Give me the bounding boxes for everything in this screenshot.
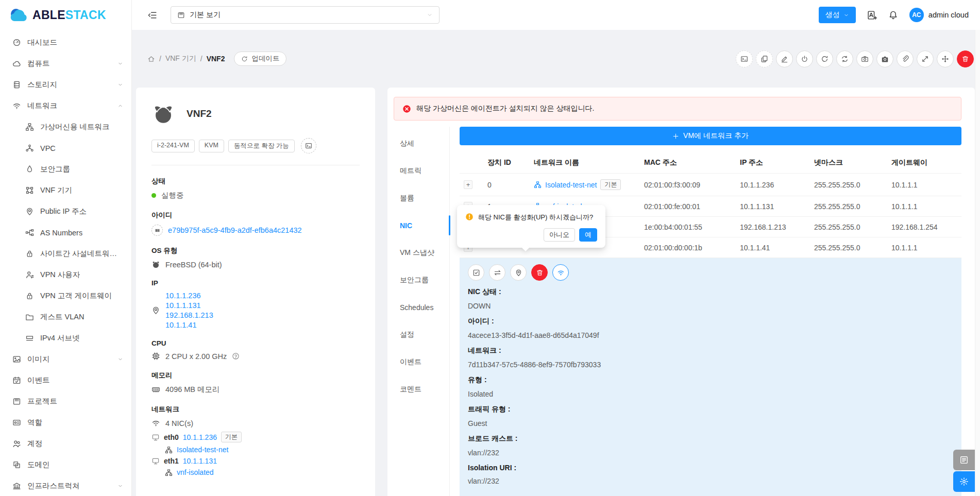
gateway-cell: 10.1.1.1	[887, 237, 961, 258]
clone-vm-button[interactable]	[756, 50, 773, 67]
tab-vm-snapshots[interactable]: VM 스냅샷	[387, 239, 449, 266]
nic-field-label: 유형 :	[468, 375, 953, 385]
vm-ip-link[interactable]: 10.1.1.41	[165, 321, 213, 329]
scrollbar-track[interactable]	[975, 30, 980, 496]
vm-snapshot-button[interactable]	[856, 50, 873, 67]
reboot-vm-button[interactable]	[816, 50, 833, 67]
sidebar-item-roles[interactable]: 역할	[0, 412, 131, 433]
sidebar-item-label: IPv4 서브넷	[40, 333, 80, 343]
nic-field-label: NIC 상태 :	[468, 287, 953, 297]
sidebar-item-storage[interactable]: 스토리지	[0, 74, 131, 95]
user-menu[interactable]: AC admin cloud	[909, 8, 969, 22]
sidebar-item-vpn-users[interactable]: VPN 사용자	[0, 264, 131, 285]
guest-network-icon	[534, 181, 542, 189]
sidebar-item-ipv4-subnet[interactable]: IPv4 서브넷	[0, 328, 131, 349]
expand-column-header	[460, 152, 483, 174]
vm-ip-link[interactable]: 10.1.1.131	[165, 301, 213, 310]
tab-settings[interactable]: 설정	[387, 321, 449, 348]
sidebar-item-guest-networks[interactable]: 가상머신용 네트워크	[0, 116, 131, 138]
sidebar-item-public-ip[interactable]: Public IP 주소	[0, 201, 131, 222]
settings-gear-button[interactable]	[953, 471, 975, 492]
alert-text: 해당 가상머신은 에이전트가 설치되지 않은 상태입니다.	[416, 104, 594, 113]
brand-name: ABLESTACK	[32, 8, 106, 22]
delete-nic-button[interactable]	[531, 264, 548, 281]
nic-up-button[interactable]	[552, 264, 569, 281]
sidebar-item-accounts[interactable]: 계정	[0, 433, 131, 454]
sidebar-item-site-to-site-vpn[interactable]: 사이트간 사설네트워크(VP...	[0, 243, 131, 264]
sidebar-item-security-groups[interactable]: 보안그룹	[0, 159, 131, 180]
menu-fold-icon[interactable]	[147, 10, 157, 20]
sidebar-item-guest-vlan[interactable]: 게스트 VLAN	[0, 306, 131, 328]
translate-icon[interactable]	[867, 10, 877, 20]
console-button[interactable]	[736, 50, 753, 67]
console-button[interactable]	[301, 138, 316, 153]
edit-button[interactable]	[776, 50, 793, 67]
sidebar-item-images[interactable]: 이미지	[0, 349, 131, 370]
project-view-select[interactable]: 기본 보기	[171, 6, 440, 24]
vm-ip-link[interactable]: 192.168.1.213	[165, 311, 213, 319]
attach-iso-button[interactable]	[897, 50, 914, 67]
create-button[interactable]: 생성	[819, 7, 856, 23]
sidebar-item-dashboard[interactable]: 대시보드	[0, 32, 131, 53]
secondary-ip-button[interactable]	[510, 264, 527, 281]
edit-nic-button[interactable]	[468, 264, 484, 281]
top-header: 기본 보기 생성 AC admin cloud	[132, 0, 980, 30]
sidebar-item-projects[interactable]: 프로젝트	[0, 391, 131, 412]
cards-area: VNF2 i-2-241-VMKVM동적으로 확장 가능 상태 실행중 아이디 …	[136, 88, 975, 496]
nic-eth-icon	[151, 433, 160, 441]
vm-ip-link[interactable]: 10.1.1.236	[165, 292, 213, 300]
tab-comments[interactable]: 코멘트	[387, 375, 449, 403]
tab-security-groups[interactable]: 보안그룹	[387, 266, 449, 294]
feedback-button[interactable]	[953, 450, 975, 470]
breadcrumb-vnf-appliances[interactable]: VNF 기기	[165, 54, 196, 63]
network-link[interactable]: Isolated-test-net	[177, 446, 228, 454]
sidebar-item-network[interactable]: 네트워크	[0, 95, 131, 116]
popconfirm-no-button[interactable]: 아니오	[544, 228, 575, 242]
add-network-to-vm-button[interactable]: VM에 네트워크 추가	[460, 127, 961, 145]
swap-icon	[494, 269, 501, 277]
update-button[interactable]: 업데이트	[234, 52, 286, 66]
guest-network-icon	[165, 469, 173, 476]
notifications-bell-icon[interactable]	[888, 10, 898, 20]
sidebar-item-as-numbers[interactable]: AS Numbers	[0, 222, 131, 243]
vm-id-link[interactable]: e79b975f-a5c9-4fb9-a2df-efb6a4c21432	[168, 226, 302, 234]
tab-events[interactable]: 이벤트	[387, 348, 449, 375]
tab-details[interactable]: 상세	[387, 130, 449, 157]
tab-nic[interactable]: NIC	[387, 212, 449, 239]
site-to-site-vpn-icon	[25, 249, 34, 258]
sidebar-item-domains[interactable]: 도메인	[0, 454, 131, 475]
popconfirm-yes-button[interactable]: 예	[579, 228, 597, 242]
tab-metrics[interactable]: 메트릭	[387, 157, 449, 184]
expand-row-toggle[interactable]: +	[464, 180, 472, 189]
question-circle-icon[interactable]	[232, 352, 240, 360]
netmask-cell: 255.255.255.0	[810, 174, 887, 196]
storage-icon	[12, 80, 21, 89]
nic-ip-link[interactable]: 10.1.1.131	[183, 457, 217, 465]
sidebar-item-infrastructure[interactable]: 인프라스트럭쳐	[0, 475, 131, 496]
nic-field-label: 브로드 캐스트 :	[468, 434, 953, 443]
nic-field-label: 트래픽 유형 :	[468, 405, 953, 414]
sidebar-item-vnf-appliances[interactable]: VNF 기기	[0, 180, 131, 201]
network-link[interactable]: vnf-isolated	[177, 468, 214, 476]
sidebar-menu: 대시보드컴퓨트스토리지네트워크가상머신용 네트워크VPC보안그룹VNF 기기Pu…	[0, 30, 131, 496]
delete-vm-button[interactable]	[957, 50, 974, 67]
sidebar-item-vpc[interactable]: VPC	[0, 138, 131, 159]
migrate-vm-button[interactable]	[937, 50, 954, 67]
network-link[interactable]: Isolated-test-net	[545, 181, 597, 189]
volume-snapshot-button[interactable]	[876, 50, 893, 67]
change-network-button[interactable]	[489, 264, 505, 281]
nic-eth-icon	[151, 457, 160, 465]
os-section: OS 유형 FreeBSD (64-bit)	[151, 246, 360, 269]
scale-vm-button[interactable]	[917, 50, 934, 67]
sidebar-item-events[interactable]: 이벤트	[0, 370, 131, 391]
home-icon[interactable]	[147, 55, 155, 63]
account-icon	[12, 439, 21, 448]
sidebar-item-vpn-customer-gateway[interactable]: VPN 고객 게이트웨이	[0, 285, 131, 306]
stop-vm-button[interactable]	[796, 50, 813, 67]
tab-volumes[interactable]: 볼륨	[387, 184, 449, 212]
reinstall-vm-button[interactable]	[836, 50, 853, 67]
tab-schedules[interactable]: Schedules	[387, 294, 449, 321]
sidebar-item-compute[interactable]: 컴퓨트	[0, 53, 131, 74]
brand-logo[interactable]: ABLESTACK	[0, 0, 131, 30]
nic-ip-link[interactable]: 10.1.1.236	[183, 433, 217, 441]
